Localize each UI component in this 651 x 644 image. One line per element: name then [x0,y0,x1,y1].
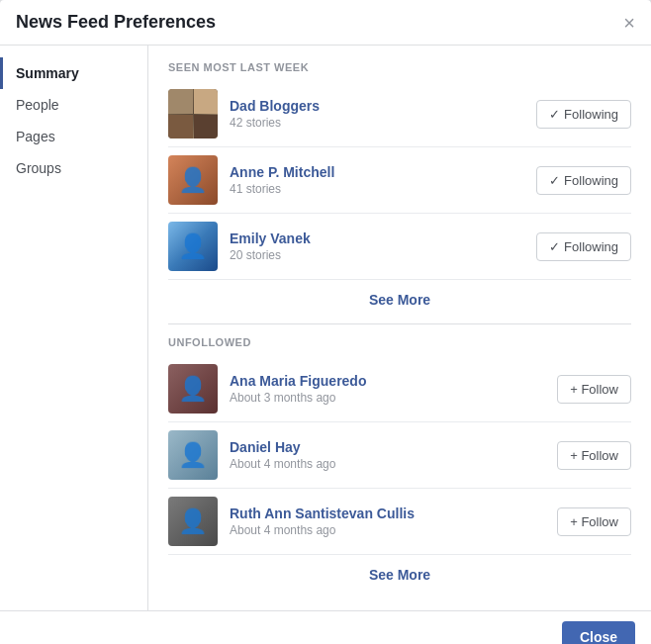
avatar: 👤 [168,155,218,205]
see-more-unfollowed-link[interactable]: See More [369,567,430,583]
follow-button[interactable]: + Follow [557,441,631,470]
follow-button[interactable]: + Follow [557,507,631,536]
person-silhouette-icon: 👤 [168,222,218,271]
main-content: SEEN MOST LAST WEEK Dad Bloggers 42 stor… [148,46,651,610]
item-info: Daniel Hay About 4 months ago [218,439,557,471]
item-sub: 42 stories [230,116,524,130]
item-info: Ana Maria Figueredo About 3 months ago [218,373,557,405]
item-info: Dad Bloggers 42 stories [218,98,536,130]
item-sub: About 4 months ago [230,523,545,537]
avatar: 👤 [168,222,218,271]
close-button[interactable]: Close [562,621,635,644]
section-divider [168,323,631,324]
sidebar-item-groups[interactable]: Groups [0,152,147,184]
item-name: Dad Bloggers [230,98,524,114]
item-name: Ruth Ann Santistevan Cullis [230,506,545,521]
table-row: 👤 Ruth Ann Santistevan Cullis About 4 mo… [168,489,631,555]
seen-section-label: SEEN MOST LAST WEEK [168,61,631,73]
sidebar-item-pages[interactable]: Pages [0,121,147,152]
modal-body: Summary People Pages Groups SEEN MOST LA… [0,46,651,610]
sidebar-item-summary[interactable]: Summary [0,57,147,89]
person-silhouette-icon: 👤 [168,497,218,546]
item-sub: About 4 months ago [230,457,545,471]
person-silhouette-icon: 👤 [168,430,218,480]
person-silhouette-icon: 👤 [168,155,218,205]
modal-footer: Close [0,610,651,644]
sidebar-item-people[interactable]: People [0,89,147,121]
table-row: 👤 Daniel Hay About 4 months ago + Follow [168,422,631,489]
table-row: 👤 Anne P. Mitchell 41 stories ✓ Followin… [168,147,631,214]
unfollowed-section-label: UNFOLLOWED [168,336,631,348]
item-sub: 41 stories [230,182,524,196]
table-row: Dad Bloggers 42 stories ✓ Following [168,81,631,147]
see-more-unfollowed-row: See More [168,555,631,595]
person-silhouette-icon: 👤 [168,364,218,414]
following-button[interactable]: ✓ Following [536,166,631,195]
avatar [168,89,218,138]
item-name: Anne P. Mitchell [230,164,524,180]
following-button[interactable]: ✓ Following [536,232,631,261]
avatar: 👤 [168,430,218,480]
avatar: 👤 [168,364,218,414]
item-info: Emily Vanek 20 stories [218,230,536,262]
modal-title: News Feed Preferences [16,12,216,33]
table-row: 👤 Emily Vanek 20 stories ✓ Following [168,214,631,280]
item-name: Ana Maria Figueredo [230,373,545,389]
following-button[interactable]: ✓ Following [536,100,631,129]
see-more-seen-row: See More [168,280,631,320]
item-name: Daniel Hay [230,439,545,455]
item-name: Emily Vanek [230,230,524,246]
item-sub: 20 stories [230,248,524,262]
item-info: Anne P. Mitchell 41 stories [218,164,536,196]
close-icon[interactable]: × [623,13,635,33]
sidebar: Summary People Pages Groups [0,46,148,610]
see-more-seen-link[interactable]: See More [369,292,430,308]
item-sub: About 3 months ago [230,391,545,405]
item-info: Ruth Ann Santistevan Cullis About 4 mont… [218,506,557,537]
avatar: 👤 [168,497,218,546]
news-feed-preferences-modal: News Feed Preferences × Summary People P… [0,0,651,644]
table-row: 👤 Ana Maria Figueredo About 3 months ago… [168,356,631,422]
modal-header: News Feed Preferences × [0,0,651,46]
follow-button[interactable]: + Follow [557,375,631,404]
